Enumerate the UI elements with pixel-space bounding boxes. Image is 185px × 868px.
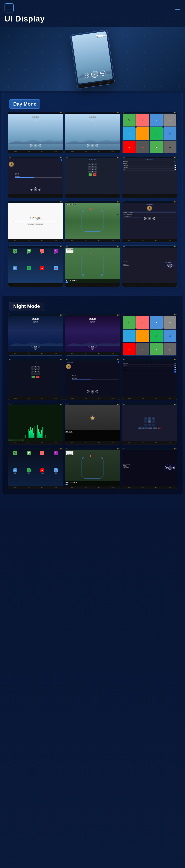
mini-prev-1[interactable]: ◀◀ (30, 144, 32, 147)
key-2[interactable]: 2 (91, 163, 94, 165)
night-key-6[interactable]: 6 (37, 368, 40, 370)
nav-arrow-tl[interactable]: ↖ (144, 417, 147, 420)
google-lucky-btn[interactable]: I'm Feeling Lucky (35, 223, 44, 225)
np-play[interactable]: ▶ (168, 264, 172, 268)
night-app-maps[interactable]: 🗺 (150, 316, 163, 329)
night-cp-podcasts[interactable]: 🎙 Podcasts (49, 451, 62, 468)
eq-preset-btn-5[interactable]: 2.4kHz (21, 439, 24, 441)
night-np-next[interactable]: ▶▶ (173, 466, 175, 469)
app-youtube[interactable]: ▶ (123, 141, 135, 153)
end-call-btn[interactable]: 📵 (93, 174, 97, 176)
nav-btn-poi[interactable]: POI (146, 427, 148, 429)
app-radio[interactable]: 📻 (136, 127, 149, 140)
eq-preset-btn-3[interactable]: 400Hz (15, 439, 18, 441)
night-app-bt[interactable]: 🔵 (163, 330, 176, 342)
key-5[interactable]: 5 (91, 166, 94, 168)
toggle-auto-answer[interactable] (174, 165, 176, 166)
bt-music-play[interactable]: ⏸ (34, 187, 37, 191)
app-waze[interactable]: 🚗 (136, 141, 149, 153)
nav-btn-setting[interactable]: SETTING (153, 427, 157, 429)
app-music[interactable]: 🎵 (136, 114, 149, 126)
app-bt[interactable]: 🔵 (163, 127, 176, 140)
nav-arrow-tr[interactable]: ↗ (152, 417, 155, 420)
nav-btn-fav[interactable]: FAV (142, 427, 145, 429)
nav-arrow-br[interactable]: ↘ (152, 424, 155, 426)
nav-arrow-down[interactable]: ↓ (148, 424, 151, 426)
social-prev[interactable]: ◀◀ (144, 217, 147, 220)
carplay-app-messages[interactable]: 💬 Messages (22, 249, 35, 266)
google-search-btn[interactable]: Google Search (27, 223, 34, 225)
nav-btn-quit[interactable]: QUIT (158, 427, 161, 429)
app-phone[interactable]: 📞 (123, 114, 135, 126)
play-btn[interactable]: ⏸ (91, 70, 99, 78)
night-np-prev[interactable]: ◀◀ (165, 466, 168, 469)
google-search-bar[interactable] (14, 221, 58, 222)
night-cp-youtube[interactable]: ▶ YouTube (36, 468, 49, 485)
nav-btn-home[interactable]: HOME (138, 427, 142, 429)
night-key-2[interactable]: 2 (34, 366, 37, 368)
carplay-app-youtube[interactable]: ▶ YouTube (36, 266, 49, 283)
night-toggle-power[interactable] (174, 371, 176, 373)
night-app-waze[interactable]: 🚗 (136, 343, 149, 355)
night-key-5[interactable]: 5 (34, 368, 37, 370)
app-spotify[interactable]: 🎧 (150, 127, 163, 140)
mini-next-2[interactable]: ▶▶ (96, 144, 98, 147)
night-key-4[interactable]: 4 (31, 368, 34, 370)
night-cp-messages[interactable]: 💬 Messages (22, 451, 35, 468)
night-key-3[interactable]: 3 (37, 366, 40, 368)
social-next[interactable]: ▶▶ (153, 217, 155, 220)
key-6[interactable]: 6 (95, 166, 97, 168)
night-app-telegram[interactable]: ✈ (123, 330, 135, 342)
night-app-settings[interactable]: ⚙ (163, 316, 176, 329)
night-key-star[interactable]: * (31, 373, 34, 375)
key-7[interactable]: 7 (88, 168, 90, 170)
night-mini-play-2[interactable]: ⏸ (90, 346, 95, 350)
night-cp-phone[interactable]: 📞 Phone (9, 451, 22, 468)
key-9[interactable]: 9 (95, 168, 97, 170)
track-item-1[interactable]: ▶ 华东东_对我说.mp3 (123, 212, 176, 213)
carplay-app-spotify[interactable]: 🎧 Spotify (22, 266, 35, 283)
carplay-go-btn[interactable]: GO (65, 281, 68, 283)
night-go-btn[interactable]: GO (65, 484, 68, 485)
night-end-call-btn[interactable]: 📵 (36, 376, 39, 378)
app-settings[interactable]: ⚙ (163, 114, 176, 126)
key-0[interactable]: 0 (91, 171, 94, 173)
nav-arrow-left[interactable]: ← (144, 421, 147, 423)
key-8[interactable]: 8 (91, 168, 94, 170)
carplay-app-music[interactable]: 🎵 Music (36, 249, 49, 266)
night-toggle-auto-answer[interactable] (174, 367, 176, 368)
night-key-8[interactable]: 8 (34, 371, 37, 373)
bt-music-prev[interactable]: ◀◀ (30, 188, 32, 191)
night-app-camera[interactable]: 📷 (163, 343, 176, 355)
next-btn[interactable]: ▶▶ (100, 70, 106, 76)
app-camera[interactable]: 📷 (163, 141, 176, 153)
night-call-btn[interactable]: 📞 (31, 376, 35, 378)
night-key-9[interactable]: 9 (37, 371, 40, 373)
night-app-radio[interactable]: 📻 (136, 330, 149, 342)
night-mini-next-1[interactable]: ▶▶ (38, 346, 41, 349)
night-mini-play-1[interactable]: ⏸ (34, 346, 37, 350)
toggle-auto-connect[interactable] (174, 167, 176, 168)
eq-preset-btn-4[interactable]: 1kHz (18, 439, 20, 441)
night-np-play[interactable]: ▶ (168, 466, 172, 470)
call-btn[interactable]: 📞 (88, 174, 92, 176)
eq-preset-btn-1[interactable]: 60Hz (8, 439, 11, 441)
carplay-app-podcasts[interactable]: 🎙 Podcasts (49, 249, 62, 266)
nav-arrow-right[interactable]: → (152, 421, 155, 423)
key-hash[interactable]: # (95, 171, 97, 173)
carplay-app-phone[interactable]: 📞 Phone (9, 249, 22, 266)
key-1[interactable]: 1 (88, 163, 90, 165)
np-next[interactable]: ▶▶ (173, 264, 175, 267)
night-mini-prev-1[interactable]: ◀◀ (30, 346, 32, 349)
key-3[interactable]: 3 (95, 163, 97, 165)
nav-arrow-up[interactable]: ↑ (148, 417, 151, 420)
night-app-spotify[interactable]: 🎧 (150, 330, 163, 342)
nav-arrow-bl[interactable]: ↙ (144, 424, 147, 426)
night-toggle-auto-connect[interactable] (174, 369, 176, 370)
mini-play-2[interactable]: ⏸ (90, 144, 95, 148)
nav-btn-route[interactable]: ROUTE (149, 427, 152, 429)
mini-prev-2[interactable]: ◀◀ (87, 144, 89, 147)
night-bt-music-play[interactable]: ⏸ (90, 390, 95, 394)
np-prev[interactable]: ◀◀ (165, 264, 168, 267)
prev-btn[interactable]: ◀◀ (83, 72, 89, 79)
